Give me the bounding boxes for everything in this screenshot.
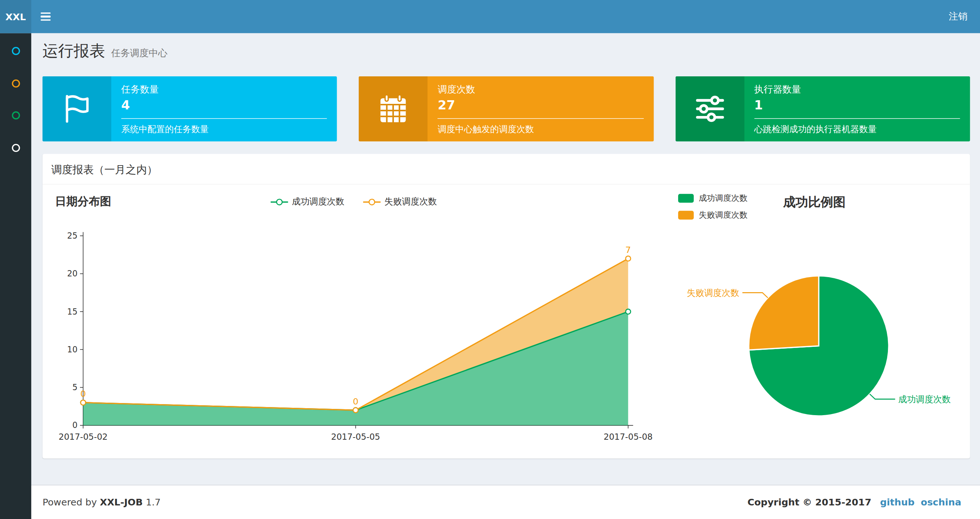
legend-label: 成功调度次数 <box>292 196 344 208</box>
stat-box-jobs: 任务数量 4 系统中配置的任务数量 <box>43 76 337 141</box>
top-navbar: XXL 注销 <box>0 0 980 33</box>
hamburger-icon <box>41 13 51 21</box>
svg-text:成功调度次数: 成功调度次数 <box>898 394 951 404</box>
stat-desc: 心跳检测成功的执行器机器数量 <box>754 124 960 135</box>
sidebar-item-logs[interactable] <box>0 101 31 129</box>
stats-row: 任务数量 4 系统中配置的任务数量 <box>43 76 970 141</box>
pie-chart-legend: 成功调度次数 失败调度次数 <box>678 193 748 221</box>
legend-item-fail[interactable]: 失败调度次数 <box>363 196 437 208</box>
success-ratio-chart: 成功调度次数 失败调度次数 成功比例图 成功调度次数失败调度次数 <box>678 193 959 449</box>
copyright-text: Copyright © 2015-2017 <box>748 497 872 508</box>
powered-by: Powered by XXL-JOB 1.7 <box>43 497 161 508</box>
panel-title: 调度报表（一月之内） <box>43 154 970 185</box>
svg-text:2017-05-08: 2017-05-08 <box>604 432 653 442</box>
circle-outline-icon <box>12 111 20 119</box>
powered-version: 1.7 <box>146 497 161 508</box>
legend-item-success[interactable]: 成功调度次数 <box>270 196 344 208</box>
sidebar-item-help[interactable] <box>0 134 31 161</box>
report-panel: 调度报表（一月之内） 日期分布图 成功调度次数 失败调度次 <box>43 154 970 458</box>
app-logo[interactable]: XXL <box>0 0 31 33</box>
pie-chart-canvas: 成功调度次数失败调度次数 <box>678 265 959 441</box>
legend-item-success[interactable]: 成功调度次数 <box>678 193 748 204</box>
stat-desc: 系统中配置的任务数量 <box>121 124 327 135</box>
footer-links: Copyright © 2015-2017 github oschina <box>748 497 961 508</box>
svg-text:失败调度次数: 失败调度次数 <box>687 288 740 298</box>
page-footer: Powered by XXL-JOB 1.7 Copyright © 2015-… <box>31 485 980 519</box>
line-marker-icon <box>270 198 288 206</box>
svg-text:10: 10 <box>67 345 77 354</box>
stat-label: 执行器数量 <box>754 84 960 96</box>
legend-swatch <box>678 211 694 219</box>
content-area: 运行报表 任务调度中心 任务数量 4 系统中配置的任务数量 <box>31 33 980 484</box>
pie-chart-title: 成功比例图 <box>783 194 845 211</box>
app-window: XXL 注销 运行报表 任务调度中心 <box>0 0 980 519</box>
svg-text:0: 0 <box>72 420 77 430</box>
legend-label: 失败调度次数 <box>699 209 748 221</box>
flag-icon <box>43 76 111 141</box>
svg-text:0: 0 <box>80 389 86 399</box>
circle-outline-icon <box>12 46 20 55</box>
page-subtitle: 任务调度中心 <box>111 48 167 59</box>
legend-item-fail[interactable]: 失败调度次数 <box>678 209 748 221</box>
stat-label: 调度次数 <box>438 84 643 96</box>
legend-label: 成功调度次数 <box>699 193 748 204</box>
svg-text:25: 25 <box>67 231 77 240</box>
svg-text:15: 15 <box>67 307 77 316</box>
svg-text:5: 5 <box>72 382 77 392</box>
svg-text:20: 20 <box>67 269 77 278</box>
stat-value: 1 <box>754 97 960 113</box>
page-title: 运行报表 <box>43 41 105 61</box>
powered-prefix: Powered by <box>43 497 97 508</box>
page-header: 运行报表 任务调度中心 <box>43 41 168 61</box>
sidebar-item-report[interactable] <box>0 37 31 65</box>
stat-value: 4 <box>121 97 327 113</box>
github-link[interactable]: github <box>880 497 915 508</box>
stat-box-triggers: 调度次数 27 调度中心触发的调度次数 <box>359 76 654 141</box>
stat-desc: 调度中心触发的调度次数 <box>438 124 643 135</box>
calendar-icon <box>359 76 428 141</box>
area-chart-title: 日期分布图 <box>55 194 111 209</box>
stat-label: 任务数量 <box>121 84 327 96</box>
stat-divider <box>754 118 960 119</box>
sidebar <box>0 33 31 519</box>
legend-label: 失败调度次数 <box>384 196 437 208</box>
oschina-link[interactable]: oschina <box>921 497 961 508</box>
circle-outline-icon <box>12 79 20 87</box>
svg-text:2017-05-02: 2017-05-02 <box>59 432 108 442</box>
svg-text:2017-05-05: 2017-05-05 <box>331 432 380 442</box>
stat-value: 27 <box>438 97 643 113</box>
stat-divider <box>438 118 643 119</box>
svg-text:7: 7 <box>625 245 631 255</box>
sidebar-item-jobs[interactable] <box>0 69 31 97</box>
sidebar-toggle-button[interactable] <box>31 0 60 33</box>
date-distribution-chart: 日期分布图 成功调度次数 失败调度次数 0510 <box>55 193 655 449</box>
svg-text:0: 0 <box>353 396 358 407</box>
area-chart-legend: 成功调度次数 失败调度次数 <box>270 196 437 208</box>
legend-swatch <box>678 194 694 203</box>
powered-brand: XXL-JOB <box>100 497 143 508</box>
stat-divider <box>121 118 327 119</box>
sliders-icon <box>676 76 744 141</box>
logout-link[interactable]: 注销 <box>936 0 980 33</box>
circle-outline-icon <box>12 144 20 152</box>
line-marker-icon <box>363 198 381 206</box>
stat-box-executors: 执行器数量 1 心跳检测成功的执行器机器数量 <box>676 76 970 141</box>
area-chart-canvas: 05101520252017-05-022017-05-052017-05-08… <box>55 228 655 444</box>
